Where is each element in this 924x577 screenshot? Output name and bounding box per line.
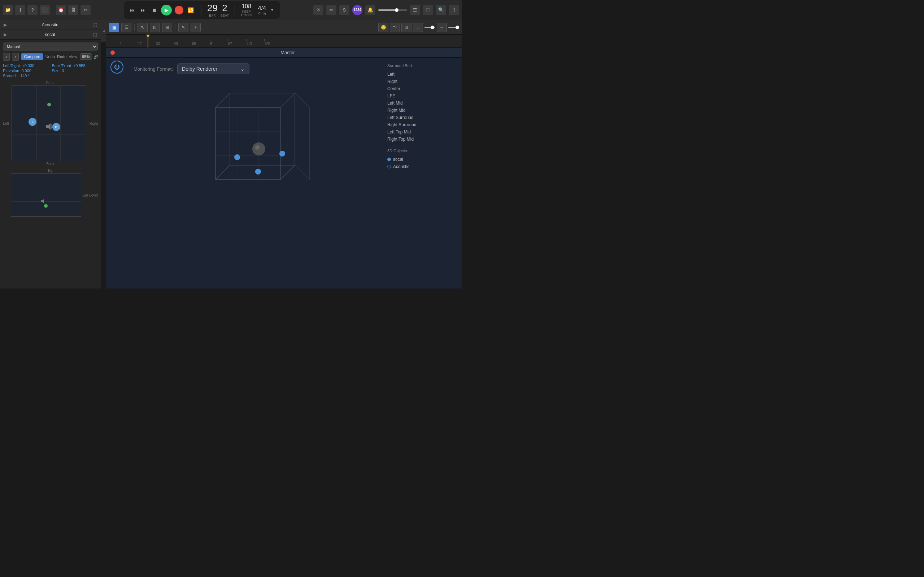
x-icon[interactable]: ✕	[313, 5, 323, 15]
left-right-label: Left/Right:	[3, 63, 21, 68]
sidebar-item-right-mid[interactable]: Right Mid	[387, 107, 458, 114]
s-icon[interactable]: S	[339, 5, 349, 15]
window-icon2[interactable]: ⬚	[93, 32, 97, 37]
undo-button[interactable]: Undo	[45, 55, 55, 59]
ruler-mark-81: 81	[210, 39, 228, 46]
sidebar-item-left-surround[interactable]: Left Surround	[387, 114, 458, 121]
l-dot[interactable]: L	[29, 118, 36, 126]
monitoring-dropdown[interactable]: Dolby Renderer ⌄	[177, 63, 249, 74]
pencil-icon[interactable]: ✏	[326, 5, 336, 15]
top-viz-row: Ear Level	[3, 174, 98, 217]
sidebar-item-left-mid[interactable]: Left Mid	[387, 100, 458, 107]
close-button[interactable]	[110, 50, 115, 55]
sidebar-item-center[interactable]: Center	[387, 85, 458, 92]
pointer-tool-button[interactable]: ↖	[178, 23, 188, 32]
sidebar-item-left[interactable]: Left	[387, 71, 458, 78]
power-icon: ⏻	[114, 64, 120, 70]
notification-icon[interactable]: 🔔	[365, 5, 375, 15]
right-label: Right	[86, 121, 98, 126]
fit-button[interactable]: ⊡	[401, 23, 412, 32]
3d-viz-container	[134, 79, 377, 201]
beat-label: BEAT	[221, 14, 229, 17]
compare-button[interactable]: Compare	[21, 53, 43, 60]
file-icon[interactable]: 📁	[3, 5, 13, 15]
green-dot[interactable]	[47, 103, 51, 106]
arrow-btn[interactable]: ↕	[413, 23, 423, 32]
master-window: Master ⏻ Monitoring Format: Dolby Render…	[106, 48, 462, 288]
record-button[interactable]	[175, 6, 183, 15]
help-icon[interactable]: ?	[27, 5, 37, 15]
separator	[53, 6, 53, 14]
cursor-tool-button[interactable]: ↖	[137, 23, 148, 32]
stop-button[interactable]: ⏹	[150, 6, 158, 14]
next-button[interactable]: ›	[12, 53, 19, 61]
left-label: Left	[3, 121, 11, 126]
loop-region-button[interactable]: ⊡	[150, 23, 160, 32]
sidebar-item-right-surround[interactable]: Right Surround	[387, 121, 458, 128]
prev-button[interactable]: ‹	[3, 53, 10, 61]
share-icon[interactable]: ⇪	[449, 5, 459, 15]
sidebar-item-lfe[interactable]: LFE	[387, 92, 458, 100]
view-percent[interactable]: 95%	[80, 53, 92, 60]
panner-row: Left	[3, 85, 98, 161]
spread-label: Spread:	[3, 74, 17, 78]
playhead-triangle	[146, 35, 150, 37]
panner-front-viz: Front Left	[3, 81, 98, 166]
socal-title: socal	[45, 32, 55, 37]
timeline-container: 1 17 33 49 65 81 97 113 129	[106, 35, 462, 48]
mixer-icon[interactable]: 🎛	[68, 5, 78, 15]
user-avatar[interactable]: 1234	[352, 5, 362, 15]
svg-marker-3	[215, 93, 295, 108]
monitoring-row: Monitoring Format: Dolby Renderer ⌄	[134, 63, 377, 74]
panner-top-grid[interactable]	[11, 174, 81, 217]
collapse-button[interactable]: ◀	[101, 20, 106, 42]
marquee-button[interactable]: ⊞	[162, 23, 172, 32]
volume-slider[interactable]	[378, 10, 407, 11]
sidebar-item-right[interactable]: Right	[387, 78, 458, 85]
panel-icon[interactable]: ⬚	[423, 5, 433, 15]
svg-point-15	[279, 151, 285, 156]
obj-socal[interactable]: socal	[387, 156, 458, 163]
volume-slider2[interactable]	[448, 27, 459, 28]
top-green-dot[interactable]	[44, 204, 48, 208]
obj-acoustic[interactable]: Acoustic	[387, 163, 458, 170]
acoustic-label: Acoustic	[393, 164, 409, 169]
monitor-icon[interactable]: ⬛	[40, 5, 50, 15]
svg-marker-7	[215, 108, 281, 180]
panner-grid[interactable]: L R	[11, 85, 87, 161]
window-icon[interactable]: ⬚	[93, 23, 97, 27]
r-dot[interactable]: R	[52, 123, 60, 131]
sidebar-item-left-top-mid[interactable]: Left Top Mid	[387, 128, 458, 135]
clock-icon[interactable]: ⏰	[56, 5, 66, 15]
expand-button[interactable]: ↔	[437, 23, 447, 32]
left-panel-content: Manual ‹ › Compare Undo Redo View: 95% 🔗	[0, 40, 101, 288]
bar-display: 29 BAR	[207, 3, 218, 17]
power-button[interactable]: ⏻	[110, 61, 123, 74]
list-icon[interactable]: ☰	[410, 5, 420, 15]
play-button[interactable]: ▶	[161, 5, 172, 16]
zoom-slider[interactable]	[425, 27, 435, 28]
search-icon[interactable]: 🔍	[436, 5, 446, 15]
redo-button[interactable]: Redo	[57, 55, 66, 59]
list-view-button[interactable]: ☰	[121, 23, 131, 32]
waveform-button[interactable]: 〜	[390, 23, 400, 32]
rewind-button[interactable]: ⏮	[129, 6, 136, 14]
mode-dropdown[interactable]: Manual	[3, 43, 98, 50]
loop-button[interactable]: 🔁	[186, 6, 195, 14]
expand-icon2[interactable]: ▶	[3, 32, 7, 37]
link-icon[interactable]: 🔗	[94, 55, 98, 59]
objects-title: 3D Objects:	[387, 148, 458, 153]
info-icon[interactable]: ℹ	[15, 5, 25, 15]
dropdown-arrow[interactable]: ▼	[269, 7, 275, 13]
forward-button[interactable]: ⏭	[139, 6, 147, 14]
scissors-icon[interactable]: ✂	[81, 5, 90, 15]
emoji-button[interactable]: 🙂	[378, 23, 388, 32]
expand-icon[interactable]: ▶	[3, 23, 7, 27]
secondary-toolbar: ▦ ☰ ↖ ⊡ ⊞ ↖ + 🙂 〜 ⊡ ↕ ↔	[106, 20, 462, 35]
collapse-icon: ◀	[102, 29, 105, 33]
sidebar-item-right-top-mid[interactable]: Right Top Mid	[387, 135, 458, 143]
grid-view-button[interactable]: ▦	[109, 23, 119, 32]
surround-bed-title: Surround Bed:	[387, 63, 458, 68]
pencil-tool-button[interactable]: +	[191, 23, 201, 32]
transport-section: ⏮ ⏭ ⏹ ▶ 🔁 29 BAR 2 BEAT 108 KEEP TEMPO 4…	[124, 1, 280, 19]
